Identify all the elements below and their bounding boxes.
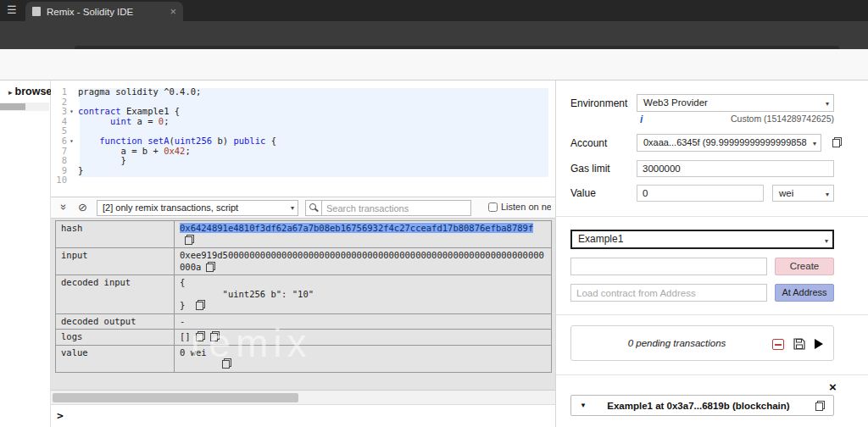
tab-title: Remix - Solidity IDE bbox=[47, 7, 164, 17]
tx-detail-row: logs[] bbox=[56, 330, 552, 346]
contract-select[interactable]: Example1 ▾ bbox=[570, 230, 834, 249]
value-unit-select[interactable]: wei ▾ bbox=[772, 185, 834, 202]
editor-line[interactable]: 8 } bbox=[51, 156, 555, 166]
search-input[interactable] bbox=[322, 200, 471, 216]
instance-copy-icon[interactable] bbox=[815, 401, 825, 411]
remix-header: ⊕ « ↧ browser/ballot.sol× » CompileRunSe… bbox=[0, 49, 868, 80]
terminal-toolbar: « ⊘ [2] only remix transactions, script … bbox=[51, 197, 555, 219]
editor-line[interactable]: 4 uint a = 0; bbox=[51, 117, 555, 127]
browser-logo-icon[interactable]: ☰ bbox=[7, 3, 17, 16]
tx-detail-value: 0xee919d50000000000000000000000000000000… bbox=[175, 248, 552, 275]
tx-detail-label: decoded output bbox=[56, 313, 175, 330]
search-icon bbox=[309, 203, 316, 210]
tx-detail-value: - bbox=[175, 313, 552, 330]
copy-icon[interactable] bbox=[196, 300, 205, 310]
browser-tab[interactable]: Remix - Solidity IDE × bbox=[25, 2, 183, 21]
tx-detail-label: input bbox=[56, 248, 175, 275]
tx-detail-row: input0xee919d500000000000000000000000000… bbox=[56, 248, 552, 275]
search-button[interactable] bbox=[305, 200, 322, 216]
instances-close-icon[interactable]: × bbox=[829, 381, 837, 393]
tx-detail-label: value bbox=[56, 345, 175, 372]
tx-detail-row: value0 wei bbox=[56, 345, 552, 372]
terminal-prompt[interactable]: > bbox=[51, 404, 555, 427]
value-input[interactable] bbox=[637, 185, 764, 202]
listen-network-label: Listen on network bbox=[501, 202, 551, 212]
value-label: Value bbox=[570, 187, 596, 199]
tx-detail-value: { "uint256 b": "10"} bbox=[175, 275, 552, 314]
explorer-scrollbar[interactable] bbox=[0, 103, 49, 111]
editor-line[interactable]: 9} bbox=[51, 166, 555, 176]
browser-tabstrip: ☰ Remix - Solidity IDE × bbox=[0, 0, 868, 21]
browser-toolbar: ← ↻ i remix.ethereum.org/#optimize=false… bbox=[0, 21, 868, 49]
tx-detail-value: 0 wei bbox=[175, 345, 552, 372]
terminal-hscrollbar[interactable] bbox=[51, 390, 555, 404]
tab-close-icon[interactable]: × bbox=[170, 6, 176, 17]
account-copy-icon[interactable] bbox=[832, 137, 842, 147]
tx-detail-row: decoded input{ "uint256 b": "10"} bbox=[56, 275, 552, 314]
editor-line[interactable]: 10 bbox=[51, 175, 555, 186]
tab-favicon bbox=[32, 7, 41, 16]
tx-detail-label: logs bbox=[56, 330, 175, 346]
copy-icon[interactable] bbox=[206, 262, 215, 272]
expand-terminal-icon[interactable]: « bbox=[56, 204, 69, 210]
chevron-down-icon: ▾ bbox=[825, 238, 828, 245]
tree-item-browser[interactable]: ▸browser bbox=[8, 86, 56, 97]
run-panel: Environment Web3 Provider ▾ Custom (1514… bbox=[555, 80, 868, 427]
transaction-details-table: hash0x6424891e4810f3df62a67a7b08eb167569… bbox=[55, 220, 552, 373]
copy-icon[interactable] bbox=[222, 358, 231, 369]
section-divider bbox=[556, 374, 868, 375]
transactions-filter-select[interactable]: [2] only remix transactions, script ▾ bbox=[97, 200, 298, 216]
tx-detail-value: 0x6424891e4810f3df62a67a7b08eb16756932f4… bbox=[175, 221, 552, 248]
environment-custom-text: Custom (1514289742625) bbox=[637, 114, 834, 124]
tx-detail-row: decoded output- bbox=[56, 313, 552, 330]
code-editor[interactable]: 1pragma solidity ^0.4.0;23▾contract Exam… bbox=[51, 80, 555, 197]
terminal: « ⊘ [2] only remix transactions, script … bbox=[51, 197, 555, 427]
environment-label: Environment bbox=[570, 97, 627, 109]
account-select[interactable]: 0xaaa...6345f (99.99999999999999858 ▾ bbox=[637, 134, 821, 152]
account-label: Account bbox=[570, 137, 607, 149]
tx-detail-row: hash0x6424891e4810f3df62a67a7b08eb167569… bbox=[56, 221, 552, 248]
instance-expand-icon[interactable]: ▼ bbox=[580, 402, 587, 409]
pending-transactions-text: 0 pending transactions bbox=[571, 338, 782, 348]
chevron-down-icon: ▾ bbox=[291, 205, 294, 212]
environment-select[interactable]: Web3 Provider ▾ bbox=[637, 94, 834, 112]
remix-ide-window: ☰ Remix - Solidity IDE × ← ↻ i remix.eth… bbox=[0, 0, 868, 427]
tx-detail-label: hash bbox=[56, 221, 175, 248]
tree-expand-icon[interactable]: ▸ bbox=[8, 88, 13, 97]
run-transactions-icon[interactable] bbox=[815, 339, 823, 349]
chevron-down-icon: ▾ bbox=[813, 141, 816, 147]
editor-line[interactable]: 1pragma solidity ^0.4.0; bbox=[51, 87, 555, 97]
copy-icon[interactable] bbox=[196, 331, 205, 341]
contract-instance[interactable]: ▼ Example1 at 0x3a7...6819b (blockchain) bbox=[570, 395, 834, 416]
tx-detail-value: [] bbox=[175, 330, 552, 346]
clear-pending-icon[interactable] bbox=[772, 339, 784, 350]
at-address-input[interactable] bbox=[570, 284, 767, 302]
save-transactions-icon[interactable] bbox=[793, 338, 805, 350]
section-divider bbox=[556, 314, 868, 315]
copy-icon[interactable] bbox=[210, 331, 220, 341]
file-explorer: ▸browser bbox=[0, 80, 51, 427]
tx-detail-label: decoded input bbox=[56, 275, 175, 314]
constructor-args-input[interactable] bbox=[570, 258, 767, 275]
copy-icon[interactable] bbox=[185, 235, 194, 245]
editor-lines: 1pragma solidity ^0.4.0;23▾contract Exam… bbox=[51, 87, 555, 186]
gas-limit-input[interactable] bbox=[637, 160, 834, 177]
at-address-button[interactable]: At Address bbox=[775, 284, 834, 302]
section-divider bbox=[556, 216, 868, 217]
clear-console-icon[interactable]: ⊘ bbox=[78, 201, 87, 214]
chevron-down-icon: ▾ bbox=[826, 101, 829, 108]
editor-line[interactable]: 7 a = b + 0x42; bbox=[51, 147, 555, 157]
instance-title: Example1 at 0x3a7...6819b (blockchain) bbox=[587, 401, 810, 411]
terminal-content: hash0x6424891e4810f3df62a67a7b08eb167569… bbox=[51, 219, 555, 390]
gas-limit-label: Gas limit bbox=[570, 163, 610, 175]
chevron-down-icon: ▾ bbox=[826, 191, 829, 198]
environment-info-icon[interactable]: i bbox=[640, 114, 643, 125]
pending-transactions-box: 0 pending transactions bbox=[570, 325, 834, 361]
create-button[interactable]: Create bbox=[775, 258, 834, 275]
listen-network-checkbox[interactable] bbox=[488, 202, 498, 212]
